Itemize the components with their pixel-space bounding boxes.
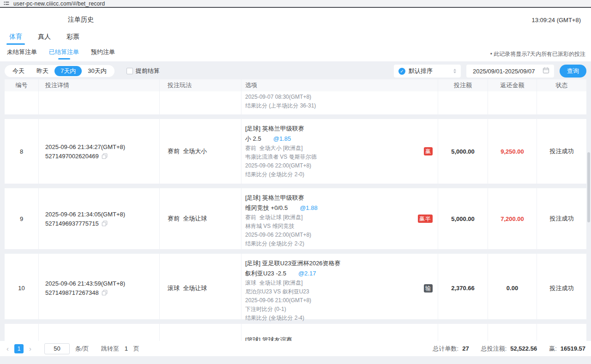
market-info: 赛前 全场大小 [欧洲盘] [245, 144, 416, 153]
result-badge: 赢半 [418, 215, 433, 223]
bet-time: 2025-09-06 21:34:27(GMT+8) [45, 143, 159, 150]
col-header-play: 投注玩法 [159, 79, 241, 91]
order-number: 5271498717267348 [45, 289, 99, 296]
date-range-input[interactable]: 2025/09/01-2025/09/07 [466, 65, 554, 78]
partial-result-score: 结果比分 (上半场比分 36-31) [245, 101, 416, 110]
league-name: [足球] 英格兰甲级联赛 [245, 124, 416, 134]
category-tabs: 体育 真人 彩票 [0, 32, 591, 46]
copy-icon[interactable] [102, 290, 108, 296]
total-win-value: 16519.57 [561, 345, 585, 352]
play-type: 赛前 全场大小 [159, 119, 241, 184]
match-teams: 林肯城 VS 维冈竞技 [245, 222, 416, 231]
url-text: user-pc-new.ciiicc.com/#/bet_record [13, 0, 105, 7]
early-settle-checkbox[interactable] [127, 68, 133, 74]
table-row: 9 2025-09-06 21:34:05(GMT+8) 52714969377… [5, 188, 586, 249]
query-button[interactable]: 查询 [560, 65, 586, 78]
early-settle-option[interactable]: 提前结算 [127, 67, 160, 75]
calendar-icon [543, 67, 549, 76]
subtab-unsettled[interactable]: 未结算注单 [6, 46, 38, 61]
subtab-settled[interactable]: 已结算注单 [48, 46, 80, 61]
browser-url-bar[interactable]: user-pc-new.ciiicc.com/#/bet_record [0, 0, 591, 8]
col-header-payout: 返还金额 [488, 79, 537, 91]
score-at-bet: 下注时比分 (0-1) [245, 305, 416, 314]
match-time: 2025-09-06 22:00(GMT+8) [245, 231, 416, 239]
result-badge: 输 [424, 284, 433, 292]
result-score: 结果比分 (全场比分 2-4) [245, 314, 416, 322]
payout-amount: 0.00 [488, 254, 537, 322]
table-row: 8 2025-09-06 21:34:27(GMT+8) 52714970026… [5, 119, 586, 184]
table-row-partial-top: 2025-09-07 08:30(GMT+8) 结果比分 (上半场比分 36-3… [5, 91, 586, 114]
col-header-option: 选项 [241, 79, 438, 91]
per-page-label: 条/页 [75, 345, 89, 353]
page-size-input[interactable] [44, 343, 70, 354]
bet-time: 2025-09-06 21:43:59(GMT+8) [45, 280, 159, 287]
date-range-pills: 今天 昨天 7天内 30天内 [5, 65, 115, 77]
prev-page-icon[interactable]: ‹ [6, 345, 9, 352]
sort-selected-value: 默认排序 [409, 67, 450, 75]
copy-icon[interactable] [102, 153, 108, 159]
range-30days[interactable]: 30天内 [82, 66, 112, 76]
early-settle-label: 提前结算 [136, 67, 160, 75]
total-win-label: 赢: [549, 345, 557, 353]
tab-sports[interactable]: 体育 [8, 32, 23, 46]
stake-amount: 5,000.00 [438, 188, 488, 249]
settlement-subtabs: 未结算注单 已结算注单 预约注单 • 此记录将显示7天内所有已派彩的投注 [0, 46, 591, 61]
bet-status: 投注成功 [537, 188, 586, 249]
range-7days[interactable]: 7天内 [54, 66, 82, 76]
filter-bar: 今天 昨天 7天内 30天内 提前结算 ✓ 默认排序 2025/09/01-20… [5, 64, 586, 78]
total-stake-value: 52,522.56 [510, 345, 537, 352]
league-name: [篮球] 篮球友谊赛 [245, 328, 416, 341]
date-range-value: 2025/09/01-2025/09/07 [473, 68, 535, 75]
copy-icon[interactable] [102, 221, 108, 227]
market-info: 滚球 全场让球 [欧洲盘] [245, 279, 416, 287]
subtab-reserved[interactable]: 预约注单 [90, 46, 116, 61]
tab-lottery[interactable]: 彩票 [66, 32, 80, 46]
range-today[interactable]: 今天 [6, 66, 30, 76]
result-score: 结果比分 (全场比分 2-2) [245, 239, 416, 248]
table-footer: ‹ 1 › 条/页 跳转至 1 页 总计单数: 27 总投注额: 52,522.… [0, 341, 591, 356]
bet-number: 9 [5, 188, 38, 249]
total-stake-label: 总投注额: [481, 345, 507, 353]
bet-number: 8 [5, 119, 38, 184]
range-yesterday[interactable]: 昨天 [30, 66, 54, 76]
table-row: 10 2025-09-06 21:43:59(GMT+8) 5271498717… [5, 254, 586, 319]
tab-live[interactable]: 真人 [37, 32, 52, 46]
play-type: 滚球 全场让球 [159, 254, 241, 322]
stake-amount: 5,000.00 [438, 119, 488, 184]
bet-number: 10 [5, 254, 38, 322]
sort-select[interactable]: ✓ 默认排序 [394, 65, 461, 78]
stake-amount: 2,370.66 [438, 254, 488, 322]
bet-selection: 小 2.5 [245, 134, 261, 144]
app-header: 注单历史 13:09:24 (GMT+8) [0, 8, 591, 32]
col-header-status: 状态 [537, 79, 586, 91]
partial-match-time: 2025-09-07 08:30(GMT+8) [245, 93, 416, 101]
payout-amount: 9,250.00 [488, 119, 537, 184]
result-score: 结果比分 (全场比分 2-0) [245, 170, 416, 179]
pagination: ‹ 1 › 条/页 跳转至 1 页 [6, 343, 139, 354]
server-clock: 13:09:24 (GMT+8) [531, 17, 581, 24]
total-count-label: 总计单数: [433, 345, 459, 353]
market-info: 赛前 全场让球 [欧洲盘] [245, 213, 416, 222]
bet-odds: @1.88 [300, 203, 318, 213]
jump-page-input[interactable]: 1 [125, 345, 128, 352]
jump-label: 跳转至 [101, 345, 119, 353]
tab-list-icon [4, 1, 9, 6]
total-count-value: 27 [462, 345, 469, 352]
record-notice: • 此记录将显示7天内所有已派彩的投注 [490, 50, 585, 58]
order-number: 5271497002620469 [45, 153, 99, 160]
vertical-scrollbar-thumb[interactable] [587, 152, 590, 222]
table-row-partial-bottom: [篮球] 篮球友谊赛 [5, 324, 586, 341]
bet-status: 投注成功 [537, 119, 586, 184]
payout-amount: 7,200.00 [488, 188, 537, 249]
page-unit-label: 页 [133, 345, 139, 353]
page-number-button[interactable]: 1 [14, 344, 24, 353]
bet-odds: @2.17 [298, 269, 316, 279]
order-number: 5271496937775715 [45, 220, 99, 227]
bet-selection: 叙利亚U23 -2.5 [245, 269, 286, 279]
result-badge: 赢 [424, 147, 433, 155]
col-header-stake: 投注额 [438, 79, 488, 91]
summary-totals: 总计单数: 27 总投注额: 52,522.56 赢: 16519.57 [433, 345, 585, 353]
match-teams: 韦康比流浪者 VS 曼斯菲尔德 [245, 153, 416, 161]
next-page-icon[interactable]: › [29, 345, 31, 352]
match-time: 2025-09-06 22:00(GMT+8) [245, 161, 416, 170]
